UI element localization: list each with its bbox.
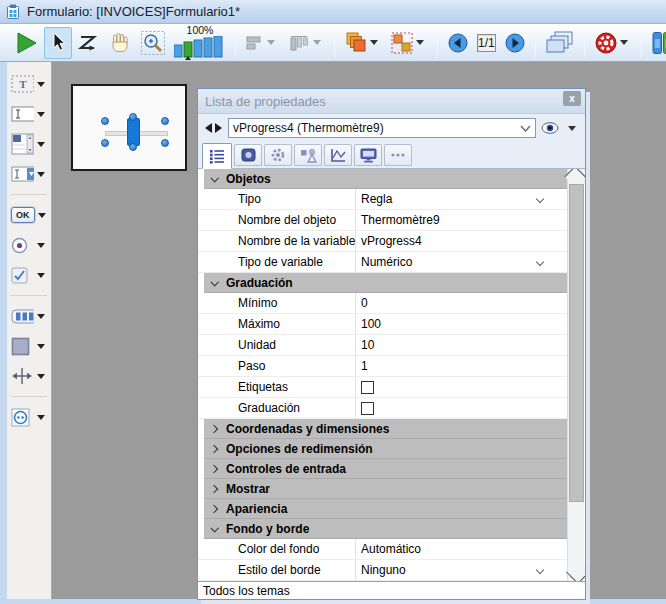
distribute-button[interactable] — [283, 27, 329, 59]
chevron-down-icon[interactable] — [37, 172, 45, 177]
section-header-mostrar[interactable]: Mostrar — [204, 479, 567, 499]
form-pages-button[interactable] — [541, 27, 579, 59]
pan-tool-button[interactable] — [104, 27, 136, 59]
section-header-fondo-borde[interactable]: Fondo y borde — [204, 519, 567, 539]
chevron-down-icon[interactable] — [37, 344, 45, 349]
selection-handle[interactable] — [129, 143, 137, 151]
tab-objects[interactable] — [234, 144, 262, 166]
chevron-right-icon — [210, 464, 218, 472]
chevron-down-icon[interactable] — [313, 40, 321, 45]
chevron-down-icon[interactable] — [37, 374, 45, 379]
section-label: Coordenadas y dimensiones — [226, 422, 389, 436]
panel-footer[interactable]: Todos los temas — [198, 581, 585, 599]
selection-handle[interactable] — [129, 113, 137, 121]
previous-next-object-icons[interactable] — [204, 123, 223, 133]
panel-title-bar[interactable]: Lista de propiedades x — [198, 89, 585, 114]
property-row-maximo[interactable]: Máximo 100 — [198, 314, 567, 335]
selection-handle[interactable] — [161, 117, 169, 125]
selection-handle[interactable] — [161, 139, 169, 147]
input-field-tool[interactable] — [7, 102, 51, 126]
property-row-color-fondo[interactable]: Color del fondo Automático — [198, 539, 567, 560]
property-row-nombre-variable[interactable]: Nombre de la variable vProgress4 — [198, 231, 567, 252]
chevron-down-icon[interactable] — [267, 40, 275, 45]
property-row-paso[interactable]: Paso 1 — [198, 356, 567, 377]
section-header-coordenadas[interactable]: Coordenadas y dimensiones — [204, 419, 567, 439]
tab-chart[interactable] — [324, 144, 352, 166]
chevron-down-icon[interactable] — [38, 213, 46, 218]
selection-handle[interactable] — [101, 139, 109, 147]
property-row-estilo-borde[interactable]: Estilo del borde Ninguno — [198, 560, 567, 581]
section-header-controles[interactable]: Controles de entrada — [204, 459, 567, 479]
list-box-tool[interactable] — [7, 132, 51, 156]
eye-icon[interactable] — [541, 122, 560, 134]
chevron-down-icon[interactable] — [37, 243, 45, 248]
select-tool-button[interactable] — [44, 27, 72, 59]
zoom-level-control[interactable]: 100% — [174, 25, 226, 60]
toolbar-separator — [437, 28, 438, 58]
radio-button-tool[interactable] — [7, 233, 51, 257]
property-row-graduacion[interactable]: Graduación — [198, 398, 567, 419]
tab-more[interactable] — [384, 144, 412, 166]
section-header-graduacion[interactable]: Graduación — [204, 273, 567, 293]
property-row-unidad[interactable]: Unidad 10 — [198, 335, 567, 356]
section-header-apariencia[interactable]: Apariencia — [204, 499, 567, 519]
chevron-down-icon[interactable] — [37, 112, 45, 117]
form-canvas[interactable] — [71, 84, 187, 171]
entry-order-button[interactable] — [72, 27, 104, 59]
button-tool[interactable]: OK — [7, 203, 51, 227]
selection-handle[interactable] — [101, 117, 109, 125]
tab-all-properties[interactable] — [202, 143, 232, 169]
chevron-down-icon[interactable] — [416, 40, 424, 45]
next-page-icon — [505, 33, 525, 53]
previous-page-button[interactable] — [443, 27, 473, 59]
graduacion-checkbox[interactable] — [361, 402, 374, 415]
title-bar: Formulario: [INVOICES]Formulario1* — [0, 0, 666, 24]
layer-order-button[interactable] — [340, 27, 386, 59]
checkbox-tool[interactable] — [7, 263, 51, 287]
chevron-down-icon[interactable] — [37, 142, 45, 147]
object-selector-dropdown[interactable]: vProgress4 (Thermomètre9) — [228, 118, 536, 138]
rectangle-icon — [11, 337, 30, 356]
property-grid-scrollbar[interactable] — [567, 169, 584, 581]
rectangle-tool[interactable] — [7, 334, 51, 358]
scrollbar-thumb[interactable] — [569, 184, 584, 502]
property-row-tipo-variable[interactable]: Tipo de variable Numérico — [198, 252, 567, 273]
property-row-tipo[interactable]: Tipo Regla — [198, 189, 567, 210]
duplicate-matrix-button[interactable] — [386, 27, 432, 59]
etiquetas-checkbox[interactable] — [361, 381, 374, 394]
chevron-down-icon[interactable] — [568, 126, 576, 131]
chevron-down-icon[interactable] — [37, 314, 45, 319]
property-row-minimo[interactable]: Mínimo 0 — [198, 293, 567, 314]
tab-display[interactable] — [354, 144, 382, 166]
align-button[interactable] — [241, 27, 283, 59]
property-row-etiquetas[interactable]: Etiquetas — [198, 377, 567, 398]
zoom-tool-button[interactable] — [136, 27, 170, 59]
chevron-down-icon[interactable] — [620, 40, 628, 45]
section-label: Mostrar — [226, 482, 270, 496]
splitter-tool[interactable] — [7, 364, 51, 388]
tab-actions[interactable] — [264, 144, 292, 166]
form-properties-button[interactable] — [590, 27, 636, 59]
run-form-button[interactable] — [8, 27, 44, 59]
combo-box-tool[interactable] — [7, 162, 51, 186]
button-grid-tool[interactable] — [7, 304, 51, 328]
next-page-button[interactable] — [500, 27, 530, 59]
property-list-icon — [209, 149, 225, 164]
static-text-tool[interactable]: T — [7, 72, 51, 96]
slider-thumb[interactable] — [127, 118, 140, 146]
property-row-nombre-objeto[interactable]: Nombre del objeto Thermomètre9 — [198, 210, 567, 231]
section-header-objetos[interactable]: Objetos — [204, 169, 567, 189]
chevron-down-icon[interactable] — [37, 82, 45, 87]
close-icon[interactable]: x — [563, 91, 581, 106]
chevron-down-icon[interactable] — [37, 415, 45, 420]
chevron-down-icon[interactable] — [370, 40, 378, 45]
toolbox-separator — [11, 396, 47, 397]
plugin-area-tool[interactable] — [7, 405, 51, 429]
chevron-down-icon[interactable] — [37, 273, 45, 278]
library-button[interactable] — [647, 27, 666, 59]
ellipsis-icon — [390, 152, 406, 158]
scroll-up-icon[interactable] — [568, 169, 585, 184]
tab-shapes[interactable] — [294, 144, 322, 166]
scroll-down-icon[interactable] — [568, 566, 585, 581]
section-header-redimension[interactable]: Opciones de redimensión — [204, 439, 567, 459]
